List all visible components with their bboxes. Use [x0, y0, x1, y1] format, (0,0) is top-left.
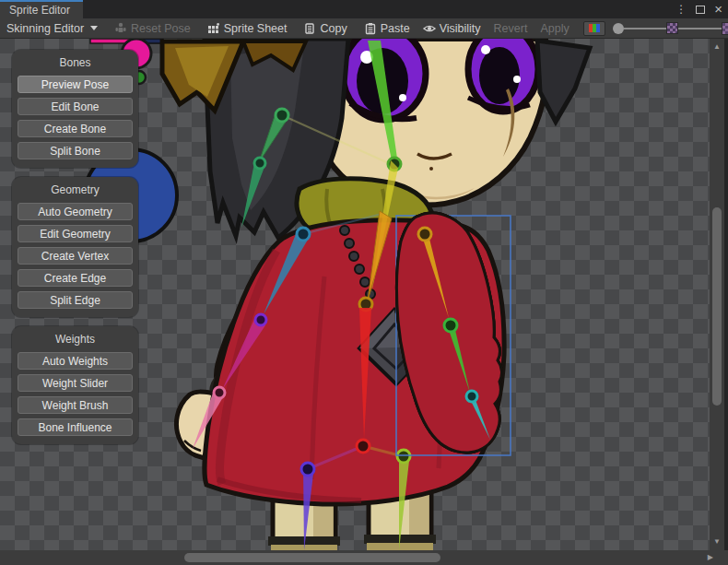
panel-weights-title: Weights [18, 333, 133, 346]
mode-dropdown[interactable]: Skinning Editor [0, 18, 104, 39]
sprite-editor-window: Sprite Editor ⋮ × Skinning Editor Reset … [0, 0, 728, 565]
window-controls: ⋮ × [675, 0, 722, 18]
mesh-opacity-slider-track[interactable] [678, 28, 722, 29]
preview-pose-button[interactable]: Preview Pose [18, 76, 133, 93]
vertical-scrollbar[interactable]: ▲ ▼ [710, 39, 724, 550]
tab-sprite-editor[interactable]: Sprite Editor [0, 0, 83, 18]
paste-label: Paste [381, 22, 410, 35]
copy-button[interactable]: Copy [298, 18, 354, 39]
reset-pose-label: Reset Pose [131, 22, 191, 35]
visibility-eye-icon [423, 22, 436, 35]
reset-pose-button[interactable]: Reset Pose [108, 18, 197, 39]
weight-brush-button[interactable]: Weight Brush [18, 396, 133, 414]
visibility-button[interactable]: Visibility [417, 18, 487, 39]
horizontal-scrollbar-thumb[interactable] [184, 553, 440, 562]
chevron-down-icon [90, 26, 98, 30]
edit-bone-button[interactable]: Edit Bone [18, 98, 133, 115]
panel-bones: Bones Preview Pose Edit Bone Create Bone… [12, 50, 138, 168]
sprite-sheet-label: Sprite Sheet [224, 22, 288, 35]
scroll-right-icon[interactable]: ▶ [708, 552, 713, 563]
opacity-sliders [613, 22, 728, 35]
copy-icon [304, 22, 317, 35]
blue-channel-icon [596, 24, 600, 32]
vertical-scrollbar-thumb[interactable] [712, 207, 722, 406]
toolbar-right-group: Visibility Revert Apply [417, 18, 728, 39]
create-vertex-button[interactable]: Create Vertex [18, 247, 133, 265]
apply-label: Apply [540, 22, 569, 35]
chin-dot [429, 167, 433, 171]
auto-geometry-button[interactable]: Auto Geometry [18, 203, 133, 220]
reset-pose-icon [114, 22, 127, 35]
sprite-opacity-texture-icon [666, 22, 678, 34]
apply-button[interactable]: Apply [534, 18, 575, 39]
close-icon[interactable]: × [714, 0, 722, 18]
character-sprite [162, 39, 590, 550]
weight-slider-button[interactable]: Weight Slider [18, 374, 133, 392]
edit-geometry-button[interactable]: Edit Geometry [18, 225, 133, 242]
revert-button[interactable]: Revert [487, 18, 534, 39]
horizontal-scrollbar[interactable]: ▶ [0, 550, 728, 565]
scroll-up-icon[interactable]: ▲ [710, 42, 724, 52]
panel-geometry: Geometry Auto Geometry Edit Geometry Cre… [12, 177, 138, 317]
scroll-down-icon[interactable]: ▼ [710, 537, 724, 547]
mesh-opacity-texture-icon [722, 22, 728, 35]
window-menu-icon[interactable]: ⋮ [675, 0, 687, 18]
revert-label: Revert [494, 22, 528, 35]
sprite-sheet-icon [207, 22, 220, 35]
copy-label: Copy [321, 22, 347, 35]
create-bone-button[interactable]: Create Bone [18, 120, 133, 137]
create-edge-button[interactable]: Create Edge [18, 269, 133, 287]
tab-bar: Sprite Editor ⋮ × [0, 0, 728, 18]
sprite-sheet-button[interactable]: Sprite Sheet [201, 18, 294, 39]
color-channels-button[interactable] [583, 21, 605, 36]
paste-button[interactable]: Paste [358, 18, 417, 39]
mode-dropdown-label: Skinning Editor [6, 22, 84, 35]
tab-label: Sprite Editor [9, 4, 70, 17]
sprite-opacity-slider-knob[interactable] [613, 23, 624, 34]
split-bone-button[interactable]: Split Bone [18, 142, 133, 159]
visibility-label: Visibility [440, 22, 481, 35]
right-eye [468, 39, 538, 112]
maximize-icon[interactable] [696, 6, 705, 14]
auto-weights-button[interactable]: Auto Weights [18, 352, 133, 370]
panel-bones-title: Bones [18, 56, 133, 69]
split-edge-button[interactable]: Split Edge [18, 291, 133, 309]
toolbar: Skinning Editor Reset Pose Sprite Sheet [0, 18, 728, 39]
bone-influence-button[interactable]: Bone Influence [18, 418, 133, 436]
sprite-opacity-slider-track[interactable] [624, 28, 667, 29]
panel-weights: Weights Auto Weights Weight Slider Weigh… [12, 326, 138, 444]
paste-icon [364, 22, 377, 35]
panel-geometry-title: Geometry [18, 183, 133, 196]
